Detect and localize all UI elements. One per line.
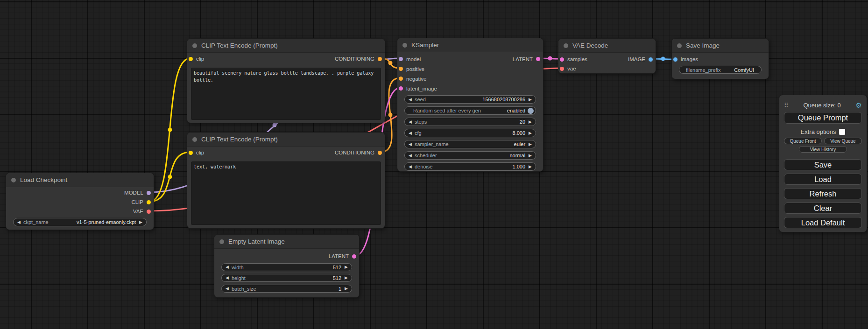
model-output-port[interactable]: [147, 191, 151, 195]
decrement-arrow-icon[interactable]: ◀: [17, 220, 21, 224]
increment-arrow-icon[interactable]: ▶: [529, 154, 532, 158]
queue-front-button[interactable]: Queue Front: [784, 138, 822, 144]
widget-label: cfg: [415, 130, 422, 136]
input-label-negative: negative: [406, 76, 426, 82]
latent-output-port[interactable]: [352, 254, 356, 259]
increment-arrow-icon[interactable]: ▶: [345, 287, 348, 291]
refresh-button[interactable]: Refresh: [784, 188, 862, 199]
latent-image-input-port[interactable]: [399, 86, 403, 91]
decrement-arrow-icon[interactable]: ◀: [409, 98, 412, 102]
collapse-dot-icon[interactable]: [402, 43, 407, 48]
decrement-arrow-icon[interactable]: ◀: [226, 276, 229, 280]
node-ksampler[interactable]: KSampler model LATENT positive negative …: [397, 38, 543, 172]
view-history-button[interactable]: View History: [799, 146, 847, 153]
increment-arrow-icon[interactable]: ▶: [139, 220, 142, 224]
wire-dot-model: [273, 123, 277, 127]
extra-options-label: Extra options: [801, 128, 836, 135]
seed-widget[interactable]: ◀ seed 156680208700286 ▶: [404, 95, 536, 104]
positive-prompt-textarea[interactable]: beautiful scenery nature glass bottle la…: [191, 68, 381, 120]
save-button[interactable]: Save: [784, 159, 862, 170]
vae-decode-title-bar[interactable]: VAE Decode: [558, 39, 656, 53]
clip-positive-title-bar[interactable]: CLIP Text Encode (Prompt): [187, 39, 385, 53]
batch-size-widget[interactable]: ◀ batch_size 1 ▶: [221, 285, 352, 293]
conditioning-output-port[interactable]: [378, 57, 382, 61]
images-input-port[interactable]: [673, 57, 677, 62]
decrement-arrow-icon[interactable]: ◀: [226, 287, 229, 291]
decrement-arrow-icon[interactable]: ◀: [409, 165, 412, 169]
ckpt-name-widget[interactable]: ◀ ckpt_name v1-5-pruned-emaonly.ckpt ▶: [13, 218, 147, 226]
clip-negative-title-bar[interactable]: CLIP Text Encode (Prompt): [187, 133, 385, 147]
increment-arrow-icon[interactable]: ▶: [345, 276, 348, 280]
image-output-port[interactable]: [649, 57, 653, 62]
increment-arrow-icon[interactable]: ▶: [529, 131, 532, 135]
model-input-port[interactable]: [399, 57, 403, 61]
node-empty-latent-image[interactable]: Empty Latent Image LATENT ◀ width 512 ▶ …: [214, 234, 360, 298]
output-label-vae: VAE: [133, 209, 143, 214]
negative-input-port[interactable]: [399, 77, 403, 81]
increment-arrow-icon[interactable]: ▶: [529, 98, 532, 102]
node-clip-text-encode-negative[interactable]: CLIP Text Encode (Prompt) clip CONDITION…: [187, 132, 385, 229]
conditioning-output-port[interactable]: [378, 151, 382, 155]
vae-output-port[interactable]: [147, 210, 151, 214]
steps-widget[interactable]: ◀ steps 20 ▶: [404, 118, 536, 126]
view-queue-button[interactable]: View Queue: [824, 138, 862, 144]
save-image-title-bar[interactable]: Save Image: [672, 39, 769, 53]
clear-button[interactable]: Clear: [784, 203, 862, 214]
load-checkpoint-title-bar[interactable]: Load Checkpoint: [6, 173, 154, 187]
collapse-dot-icon[interactable]: [219, 239, 224, 244]
node-title: CLIP Text Encode (Prompt): [201, 42, 278, 49]
sampler-name-widget[interactable]: ◀ sampler_name euler ▶: [404, 140, 536, 148]
random-seed-toggle-widget[interactable]: Random seed after every gen enabled: [404, 106, 536, 115]
load-button[interactable]: Load: [784, 174, 862, 185]
denoise-widget[interactable]: ◀ denoise 1.000 ▶: [404, 162, 536, 171]
ksampler-title-bar[interactable]: KSampler: [397, 38, 543, 52]
decrement-arrow-icon[interactable]: ◀: [409, 131, 412, 135]
collapse-dot-icon[interactable]: [564, 43, 568, 48]
node-save-image[interactable]: Save Image images filename_prefix ComfyU…: [671, 38, 769, 79]
extra-options-checkbox[interactable]: [839, 129, 845, 135]
positive-input-port[interactable]: [399, 67, 403, 71]
collapse-dot-icon[interactable]: [11, 178, 16, 182]
samples-input-port[interactable]: [560, 57, 564, 62]
settings-gear-icon[interactable]: ⚙: [856, 102, 862, 109]
save-label: Save: [814, 161, 832, 169]
cfg-widget[interactable]: ◀ cfg 8.000 ▶: [404, 129, 536, 137]
drag-handle-icon[interactable]: ⠿: [784, 102, 789, 108]
widget-value: enabled: [481, 108, 525, 113]
decrement-arrow-icon[interactable]: ◀: [226, 265, 229, 269]
latent-output-port[interactable]: [536, 57, 540, 61]
node-title: CLIP Text Encode (Prompt): [201, 136, 278, 143]
collapse-dot-icon[interactable]: [192, 137, 197, 142]
increment-arrow-icon[interactable]: ▶: [529, 165, 532, 169]
width-widget[interactable]: ◀ width 512 ▶: [221, 263, 352, 271]
increment-arrow-icon[interactable]: ▶: [529, 142, 532, 147]
scheduler-widget[interactable]: ◀ scheduler normal ▶: [404, 151, 536, 160]
collapse-dot-icon[interactable]: [192, 43, 197, 48]
filename-prefix-widget[interactable]: filename_prefix ComfyUI: [679, 66, 762, 74]
clip-input-port[interactable]: [189, 57, 193, 61]
decrement-arrow-icon[interactable]: ◀: [409, 142, 412, 147]
decrement-arrow-icon[interactable]: ◀: [409, 120, 412, 124]
collapse-dot-icon[interactable]: [677, 43, 682, 48]
node-clip-text-encode-positive[interactable]: CLIP Text Encode (Prompt) clip CONDITION…: [187, 38, 385, 123]
vae-input-port[interactable]: [560, 67, 564, 71]
clip-output-port[interactable]: [147, 200, 151, 204]
queue-prompt-button[interactable]: Queue Prompt: [784, 112, 862, 124]
height-widget[interactable]: ◀ height 512 ▶: [221, 274, 352, 282]
decrement-arrow-icon[interactable]: ◀: [409, 154, 412, 158]
load-default-button[interactable]: Load Default: [784, 217, 862, 228]
node-graph-canvas[interactable]: Load Checkpoint MODEL CLIP VAE ◀ ckpt_na…: [0, 0, 868, 329]
node-vae-decode[interactable]: VAE Decode samples IMAGE vae: [558, 38, 656, 74]
clip-input-port[interactable]: [189, 151, 193, 155]
empty-latent-title-bar[interactable]: Empty Latent Image: [214, 235, 359, 249]
increment-arrow-icon[interactable]: ▶: [529, 120, 532, 124]
node-load-checkpoint[interactable]: Load Checkpoint MODEL CLIP VAE ◀ ckpt_na…: [6, 173, 154, 230]
input-label-positive: positive: [406, 66, 424, 72]
negative-prompt-textarea[interactable]: text, watermark: [191, 161, 381, 225]
increment-arrow-icon[interactable]: ▶: [345, 265, 348, 269]
node-title: VAE Decode: [572, 42, 608, 49]
node-title: Load Checkpoint: [20, 176, 67, 183]
output-label-image: IMAGE: [628, 56, 645, 62]
widget-value: 512: [246, 275, 341, 281]
toggle-dot-icon[interactable]: [528, 108, 534, 114]
